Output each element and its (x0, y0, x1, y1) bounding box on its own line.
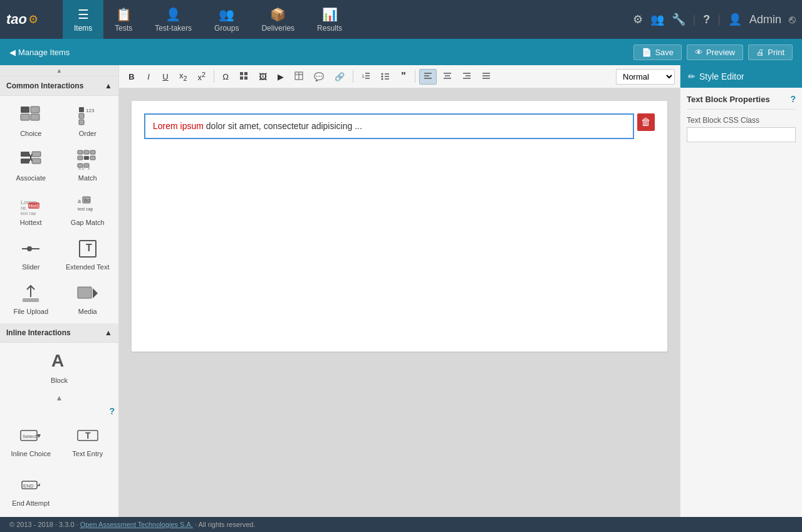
footer-link[interactable]: Open Assessment Technologies S.A. (80, 521, 193, 528)
sidebar-item-text-entry[interactable]: T Text Entry (60, 419, 116, 462)
properties-title: Text Block Properties (687, 95, 770, 104)
nav-item-groups[interactable]: 👥 Groups (203, 0, 250, 39)
svg-rect-37 (23, 298, 39, 302)
common-interactions-header[interactable]: Common Interactions ▲ (0, 76, 118, 96)
css-class-input[interactable] (687, 127, 796, 142)
media-button[interactable]: ▶ (273, 70, 288, 84)
text-block-wrapper: Lorem ipsum dolor sit amet, consectetur … (144, 113, 655, 139)
superscript-button[interactable]: x2 (194, 68, 211, 85)
choice-icon (19, 104, 42, 128)
svg-point-34 (27, 246, 32, 251)
sidebar-item-gap-match[interactable]: a Bc text cap Gap Match (60, 188, 116, 231)
svg-rect-18 (84, 156, 89, 160)
blockquote-button[interactable]: " (396, 68, 411, 85)
top-nav: tao ⚙ ☰ Items 📋 Tests 👤 Test-takers 👥 Gr… (0, 0, 802, 39)
sidebar-item-order[interactable]: 123 Order (60, 99, 116, 142)
inline-interactions-header[interactable]: Inline Interactions ▲ (0, 323, 118, 343)
logo[interactable]: tao ⚙ (6, 11, 56, 28)
nav-item-results[interactable]: 📊 Results (306, 0, 353, 39)
bubble-button[interactable]: 💬 (310, 70, 328, 84)
hottext-icon: Lorem re. Hot1 text cap (19, 193, 42, 217)
svg-rect-8 (21, 152, 29, 157)
block-label: Block (51, 377, 68, 384)
deliveries-icon: 📦 (270, 7, 286, 22)
order-label: Order (79, 130, 96, 137)
main-layout: ▲ Common Interactions ▲ Choice (0, 65, 802, 517)
logout-icon[interactable]: ⎋ (789, 13, 796, 26)
properties-help-icon[interactable]: ? (790, 94, 796, 104)
align-center-button[interactable] (439, 69, 456, 85)
table-button[interactable] (290, 69, 308, 85)
justify-button[interactable] (477, 69, 495, 85)
sidebar-item-end-attempt[interactable]: END End Attempt (3, 469, 59, 512)
nav-label-test-takers: Test-takers (155, 24, 192, 33)
svg-rect-38 (78, 287, 91, 298)
toolbar-sep2 (353, 70, 353, 83)
format-select[interactable]: Normal Heading 1 Heading 2 Heading 3 (616, 69, 675, 85)
users-icon[interactable]: 👥 (650, 13, 664, 26)
nav-items: ☰ Items 📋 Tests 👤 Test-takers 👥 Groups 📦… (63, 0, 633, 39)
user-icon: 👤 (728, 13, 742, 26)
subscript-button[interactable]: x2 (175, 68, 192, 85)
nav-item-items[interactable]: ☰ Items (63, 0, 103, 39)
properties-header: Text Block Properties ? (687, 94, 796, 110)
bold-button[interactable]: B (124, 70, 139, 84)
inline-interactions-collapse-icon: ▲ (105, 328, 112, 337)
settings-icon[interactable]: ⚙ (633, 13, 643, 26)
svg-point-61 (382, 78, 383, 80)
preview-button[interactable]: 👁 Preview (687, 44, 743, 60)
sidebar-item-file-upload[interactable]: File Upload (3, 277, 59, 320)
tools-icon[interactable]: 🔧 (672, 13, 685, 26)
nav-item-deliveries[interactable]: 📦 Deliveries (250, 0, 306, 39)
logo-text: tao (6, 11, 27, 28)
sidebar-item-block[interactable]: A Block (3, 346, 115, 389)
back-label: Manage Items (18, 48, 70, 57)
scroll-down-arrow[interactable]: ▲ (56, 394, 63, 402)
sidebar-item-slider[interactable]: Slider (3, 232, 59, 276)
nav-item-test-takers[interactable]: 👤 Test-takers (143, 0, 203, 39)
sidebar-item-match[interactable]: a b x Match (60, 143, 116, 187)
sidebar-item-choice[interactable]: Choice (3, 99, 59, 142)
scroll-up-icon[interactable]: ▲ (56, 67, 63, 74)
svg-rect-17 (78, 156, 83, 160)
svg-text:Bc: Bc (84, 197, 90, 203)
image-button[interactable]: 🖼 (254, 70, 271, 84)
align-right-button[interactable] (458, 69, 476, 85)
italic-button[interactable]: I (141, 70, 156, 84)
secondary-bar: ◀ Manage Items 📄 Save 👁 Preview 🖨 Print (0, 39, 802, 65)
svg-rect-0 (21, 107, 29, 113)
toolbar-sep1 (214, 70, 214, 83)
inline-help-icon[interactable]: ? (109, 406, 115, 416)
sidebar-item-hottext[interactable]: Lorem re. Hot1 text cap Hottext (3, 188, 59, 231)
scroll-indicator: ▲ (0, 392, 118, 404)
link-button[interactable]: 🔗 (330, 70, 349, 84)
underline-button[interactable]: U (158, 70, 173, 84)
save-button[interactable]: 📄 Save (633, 44, 682, 60)
nav-item-tests[interactable]: 📋 Tests (103, 0, 143, 39)
sidebar-item-associate[interactable]: Associate (3, 143, 59, 187)
sidebar-item-media[interactable]: Media (60, 277, 116, 320)
groups-icon: 👥 (219, 7, 234, 22)
svg-text:A: A (51, 351, 64, 370)
align-left-button[interactable] (419, 69, 437, 85)
delete-block-button[interactable]: 🗑 (637, 113, 655, 131)
choice-label: Choice (20, 130, 41, 137)
omega-button[interactable]: Ω (218, 70, 233, 84)
match-icon: a b x (76, 149, 99, 172)
unordered-list-button[interactable] (377, 69, 394, 85)
admin-link[interactable]: Admin (749, 13, 781, 26)
common-interactions-label: Common Interactions (6, 81, 83, 90)
back-button[interactable]: ◀ Manage Items (9, 48, 70, 57)
text-block[interactable]: Lorem ipsum dolor sit amet, consectetur … (144, 113, 634, 139)
extended-text-label: Extended Text (66, 263, 110, 271)
sidebar-item-extended-text[interactable]: T Extended Text (60, 232, 116, 276)
sidebar-item-inline-choice[interactable]: Select Inline Choice (3, 419, 59, 462)
gap-match-icon: a Bc text cap (76, 193, 99, 217)
style-editor-pencil-icon: ✏ (688, 71, 695, 81)
print-button[interactable]: 🖨 Print (748, 44, 793, 60)
toolbar-sep3 (415, 70, 415, 83)
special-chars-button[interactable] (235, 69, 253, 85)
help-icon[interactable]: ? (703, 13, 710, 26)
svg-rect-48 (240, 72, 243, 75)
ordered-list-button[interactable]: 1. (357, 69, 375, 85)
